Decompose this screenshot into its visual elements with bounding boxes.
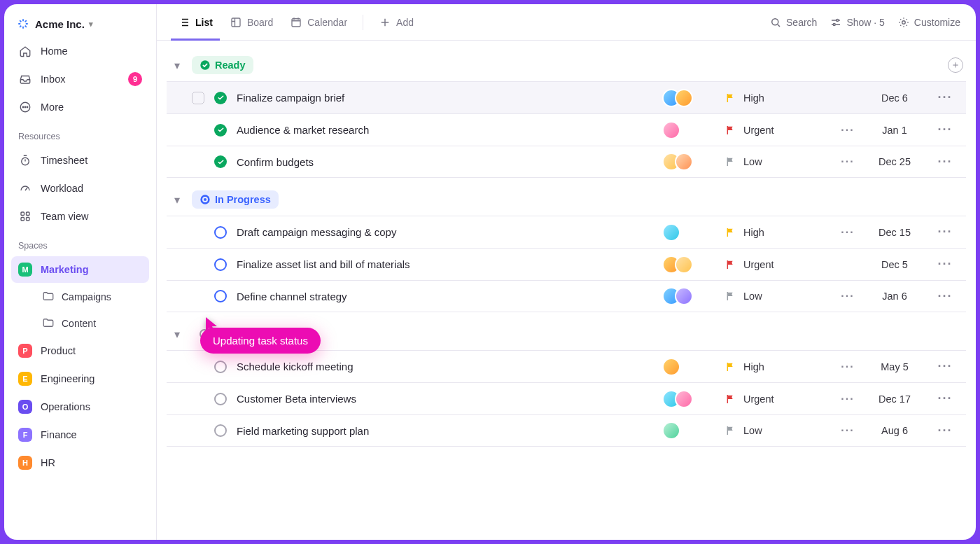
priority-label: Urgent [743,125,774,136]
task-title: Define channel strategy [237,291,347,302]
task-row[interactable]: Finalize campaign briefHighDec 6··· [167,81,966,113]
task-row[interactable]: Customer Beta interviewsUrgent···Dec 17·… [167,382,966,414]
assignee-avatar[interactable] [675,256,693,274]
task-row[interactable]: Define channel strategyLow···Jan 6··· [167,280,966,312]
task-priority[interactable]: Low [725,425,830,436]
collapse-toggle[interactable]: ▾ [169,326,185,342]
status-indicator[interactable] [214,290,227,302]
space-avatar: H [18,456,32,470]
assignee-avatar[interactable] [675,153,693,171]
task-extras[interactable]: ··· [830,361,865,373]
status-pill-progress[interactable]: In Progress [192,190,279,209]
status-indicator[interactable] [214,361,227,373]
space-finance[interactable]: FFinance [11,421,149,448]
assignee-avatar[interactable] [662,121,680,139]
task-date[interactable]: Dec 15 [865,227,924,238]
space-product[interactable]: PProduct [11,337,149,364]
view-tab-list[interactable]: List [171,4,220,41]
task-menu[interactable]: ··· [924,155,966,169]
space-operations[interactable]: OOperations [11,393,149,420]
assignees [662,153,725,171]
nav-home[interactable]: Home [11,38,149,64]
task-extras[interactable]: ··· [830,393,865,405]
workspace-logo-icon [17,18,29,30]
assignee-avatar[interactable] [662,223,680,242]
view-tab-calendar[interactable]: Calendar [283,4,354,41]
task-priority[interactable]: Urgent [725,259,830,270]
space-avatar: E [18,372,32,386]
task-row[interactable]: Finalize asset list and bill of material… [167,248,966,280]
workspace-switcher[interactable]: Acme Inc. ▾ [11,11,149,36]
task-title: Customer Beta interviews [237,393,356,405]
resource-teamview[interactable]: Team view [11,203,149,230]
toolbar-search[interactable]: Search [769,16,817,29]
task-priority[interactable]: High [725,227,830,238]
task-menu[interactable]: ··· [924,391,966,406]
nav-more[interactable]: More [11,94,149,120]
status-indicator[interactable] [214,92,227,104]
task-date[interactable]: Dec 25 [865,156,924,167]
space-hr[interactable]: HHR [11,449,149,476]
status-indicator[interactable] [214,155,227,168]
status-indicator[interactable] [214,124,227,137]
collapse-toggle[interactable]: ▾ [169,192,185,207]
task-priority[interactable]: Urgent [725,125,830,136]
task-menu[interactable]: ··· [924,424,966,438]
task-date[interactable]: May 5 [865,361,924,372]
assignee-avatar[interactable] [675,390,693,408]
task-menu[interactable]: ··· [924,257,966,272]
task-priority[interactable]: Low [725,291,830,302]
add-task-button[interactable]: ＋ [948,57,963,73]
task-date[interactable]: Aug 6 [865,425,924,436]
nav-inbox[interactable]: Inbox 9 [11,66,149,92]
task-priority[interactable]: Urgent [725,393,830,405]
toolbar-customize[interactable]: Customize [897,16,960,29]
collapse-toggle[interactable]: ▾ [169,57,185,73]
task-date[interactable]: Dec 5 [865,259,924,270]
task-menu[interactable]: ··· [924,359,966,374]
task-extras[interactable]: ··· [830,290,865,302]
resource-workload[interactable]: Workload [11,175,149,202]
space-marketing[interactable]: M Marketing [11,256,149,283]
task-extras[interactable]: ··· [830,124,865,137]
task-date[interactable]: Jan 1 [865,125,924,136]
status-indicator[interactable] [214,258,227,271]
sidebar: Acme Inc. ▾ Home Inbox 9 More Resources … [4,4,157,540]
assignee-avatar[interactable] [675,287,693,305]
resource-timesheet[interactable]: Timesheet [11,147,149,174]
view-tab-board[interactable]: Board [223,4,280,41]
task-menu[interactable]: ··· [924,90,966,105]
priority-flag-icon [725,156,736,167]
assignee-avatar[interactable] [662,421,680,440]
task-extras[interactable]: ··· [830,226,865,239]
folder-campaigns[interactable]: Campaigns [11,284,149,309]
status-indicator[interactable] [214,226,227,239]
task-priority[interactable]: Low [725,156,830,167]
task-row[interactable]: Audience & market researchUrgent···Jan 1… [167,113,966,146]
status-indicator[interactable] [214,424,227,437]
task-date[interactable]: Dec 17 [865,393,924,405]
folder-content[interactable]: Content [11,311,149,336]
status-indicator[interactable] [214,393,227,405]
task-menu[interactable]: ··· [924,225,966,239]
task-extras[interactable]: ··· [830,155,865,168]
task-priority[interactable]: High [725,361,830,372]
task-menu[interactable]: ··· [924,289,966,304]
task-row[interactable]: Schedule kickoff meetingHigh···May 5··· [167,350,966,382]
toolbar-show[interactable]: Show · 5 [830,16,884,29]
task-date[interactable]: Jan 6 [865,291,924,302]
task-title: Audience & market research [237,124,369,136]
task-row[interactable]: Draft campaign messaging & copyHigh···De… [167,216,966,248]
assignee-avatar[interactable] [675,89,693,107]
status-pill-ready[interactable]: Ready [192,56,253,74]
space-engineering[interactable]: EEngineering [11,365,149,392]
task-checkbox[interactable] [192,92,204,104]
task-row[interactable]: Field marketing support planLow···Aug 6·… [167,414,966,447]
view-add[interactable]: Add [372,4,421,41]
assignee-avatar[interactable] [662,358,680,376]
task-row[interactable]: Confirm budgetsLow···Dec 25··· [167,146,966,178]
task-menu[interactable]: ··· [924,123,966,137]
task-priority[interactable]: High [725,92,830,104]
task-extras[interactable]: ··· [830,424,865,437]
task-date[interactable]: Dec 6 [865,92,924,104]
